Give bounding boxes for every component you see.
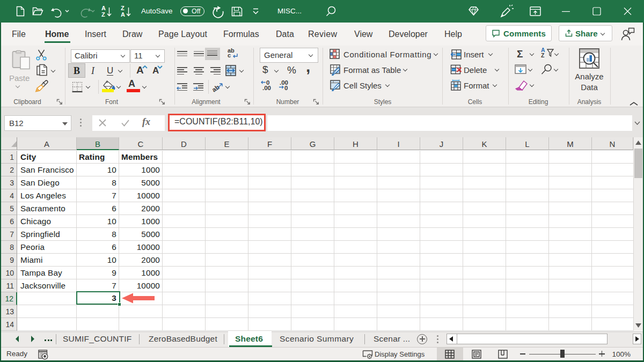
svg-text:Z: Z <box>101 11 105 18</box>
svg-text:A: A <box>101 5 106 11</box>
svg-text:Z: Z <box>121 5 125 11</box>
svg-text:A: A <box>121 11 125 18</box>
